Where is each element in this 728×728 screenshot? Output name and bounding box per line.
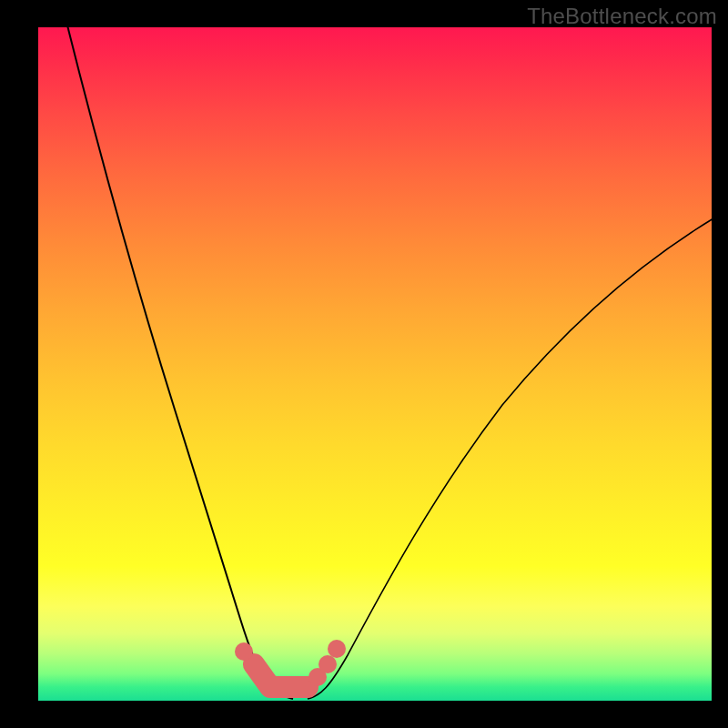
plot-area [38, 27, 712, 701]
marker-dot [318, 655, 337, 673]
right-curve [308, 218, 713, 699]
marker-dot [235, 642, 253, 661]
watermark-text: TheBottleneck.com [527, 4, 717, 29]
marker-dot [328, 640, 346, 658]
left-curve [66, 18, 293, 699]
optimal-marker-blob [254, 664, 308, 687]
chart-svg [38, 27, 712, 701]
chart-frame: TheBottleneck.com [0, 0, 728, 728]
